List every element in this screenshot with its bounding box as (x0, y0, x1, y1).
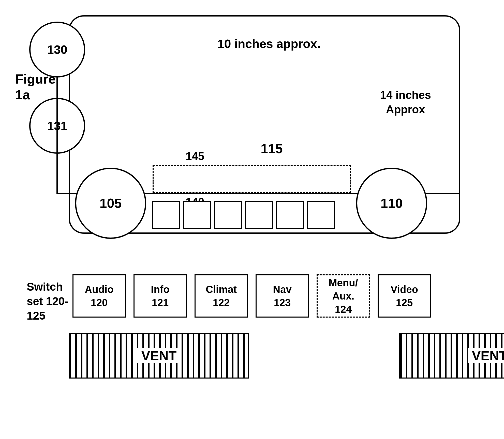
vent-left: VENT (69, 333, 249, 379)
vertical-connector-line (56, 76, 58, 194)
switch-btn-menu-line1: Menu/ (329, 276, 358, 289)
switch-label-line2: set 120- (27, 294, 68, 308)
dashed-button-area (153, 165, 351, 193)
label-145: 145 (186, 150, 204, 163)
circle-105-label: 105 (100, 196, 122, 211)
vent-row: VENT VENT (69, 333, 504, 379)
switch-btn-info-line1: Info (151, 283, 169, 296)
small-buttons-row (152, 201, 335, 229)
label-14inches-line2: Approx (380, 102, 431, 117)
switch-btn-audio-line2: 120 (91, 296, 108, 309)
label-115: 115 (261, 141, 283, 156)
small-btn-4[interactable] (245, 201, 273, 229)
switch-btn-climat-line1: Climat (206, 283, 237, 296)
switch-btn-video-line1: Video (391, 283, 418, 296)
label-10inches: 10 inches approx. (217, 37, 321, 51)
circle-130: 130 (29, 22, 85, 77)
switch-btn-nav-line1: Nav (273, 283, 291, 296)
switch-set-label: Switch set 120- 125 (27, 279, 68, 323)
switch-btn-menu-line3: 124 (335, 303, 352, 316)
circle-110-label: 110 (381, 196, 403, 211)
small-btn-6[interactable] (307, 201, 335, 229)
switch-label-line1: Switch (27, 279, 68, 294)
switch-btn-nav[interactable]: Nav 123 (256, 274, 309, 318)
small-btn-3[interactable] (214, 201, 242, 229)
vent-left-label: VENT (137, 348, 181, 363)
small-btn-2[interactable] (183, 201, 211, 229)
label-14inches-line1: 14 inches (380, 88, 431, 102)
page: Figure 1a 10 inches approx. 14 inches Ap… (0, 0, 504, 439)
switch-btn-audio-line1: Audio (85, 283, 113, 296)
switch-btn-info-line2: 121 (152, 296, 169, 309)
switch-buttons-row: Audio 120 Info 121 Climat 122 Nav 123 Me… (72, 274, 431, 318)
circle-110[interactable]: 110 (356, 168, 427, 239)
small-btn-5[interactable] (276, 201, 304, 229)
vent-right-label: VENT (468, 348, 504, 363)
switch-btn-climat[interactable]: Climat 122 (195, 274, 248, 318)
circle-130-label: 130 (47, 43, 67, 57)
vent-spacer (257, 333, 392, 379)
circle-105[interactable]: 105 (75, 168, 146, 239)
vent-right: VENT (399, 333, 504, 379)
switch-btn-audio[interactable]: Audio 120 (72, 274, 126, 318)
switch-label-line3: 125 (27, 308, 68, 323)
switch-btn-video[interactable]: Video 125 (378, 274, 431, 318)
switch-btn-menu-aux[interactable]: Menu/ Aux. 124 (317, 274, 370, 318)
switch-btn-climat-line2: 122 (213, 296, 230, 309)
label-14inches: 14 inches Approx (380, 88, 431, 117)
switch-btn-nav-line2: 123 (274, 296, 291, 309)
switch-btn-menu-line2: Aux. (332, 289, 354, 303)
switch-btn-video-line2: 125 (396, 296, 413, 309)
small-btn-1[interactable] (152, 201, 180, 229)
switch-btn-info[interactable]: Info 121 (134, 274, 187, 318)
